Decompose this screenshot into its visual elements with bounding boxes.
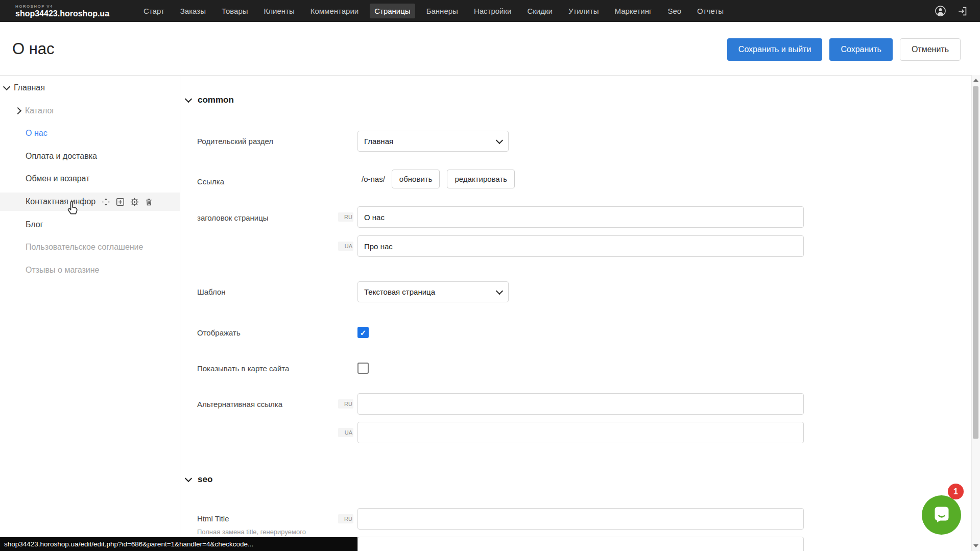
page-title: О нас bbox=[12, 40, 55, 58]
chevron-down-icon bbox=[185, 95, 192, 103]
html-title-ua-row: UA bbox=[338, 537, 804, 551]
page-edit-form: common Родительский раздел Главная Ссылк… bbox=[180, 75, 971, 551]
status-url-bar: shop34423.horoshop.ua/edit/edit.php?id=6… bbox=[0, 537, 357, 551]
page-title-field-label: заголовок страницы bbox=[197, 213, 269, 223]
tree-item-label: Оплата и доставка bbox=[26, 152, 97, 161]
page-title-ru-row: RU bbox=[338, 206, 804, 228]
tree-item-label: Отзывы о магазине bbox=[26, 266, 100, 275]
tree-item[interactable]: Обмен и возврат bbox=[0, 170, 180, 188]
nav-item-утилиты[interactable]: Утилиты bbox=[564, 4, 604, 18]
display-label: Отображать bbox=[197, 328, 241, 338]
alt-link-ua-input[interactable] bbox=[357, 422, 804, 443]
nav-item-отчеты[interactable]: Отчеты bbox=[692, 4, 728, 18]
page-title-ua-input[interactable] bbox=[357, 235, 804, 257]
delete-icon[interactable] bbox=[145, 198, 153, 206]
add-icon[interactable] bbox=[116, 198, 125, 206]
chat-unread-badge: 1 bbox=[948, 484, 964, 499]
parent-section-label: Родительский раздел bbox=[197, 137, 273, 146]
save-and-exit-button[interactable]: Сохранить и выйти bbox=[727, 38, 823, 61]
brand-version: HOROSHOP V4 bbox=[15, 5, 109, 9]
chat-widget-button[interactable] bbox=[922, 495, 961, 535]
tree-item-label: Каталог bbox=[25, 106, 55, 115]
html-title-ua-input[interactable] bbox=[357, 537, 804, 551]
template-select[interactable]: Текстовая страница bbox=[357, 281, 509, 302]
chat-bubble-icon bbox=[933, 505, 951, 525]
section-common[interactable]: common bbox=[186, 95, 234, 105]
link-edit-button[interactable]: редактировать bbox=[447, 170, 515, 188]
page-title-ua-row: UA bbox=[338, 235, 804, 257]
nav-item-маркетинг[interactable]: Маркетинг bbox=[610, 4, 656, 18]
nav-item-комментарии[interactable]: Комментарии bbox=[306, 4, 363, 18]
link-value: /o-nas/ bbox=[362, 175, 385, 183]
nav-item-товары[interactable]: Товары bbox=[217, 4, 253, 18]
parent-section-value: Главная bbox=[364, 137, 393, 146]
status-url-text: shop34423.horoshop.ua/edit/edit.php?id=6… bbox=[4, 540, 253, 548]
header-buttons: Сохранить и выйти Сохранить Отменить bbox=[727, 38, 961, 61]
chevron-down-icon bbox=[496, 287, 503, 294]
nav-item-seo[interactable]: Seo bbox=[663, 4, 686, 18]
nav-item-баннеры[interactable]: Баннеры bbox=[422, 4, 463, 18]
user-account-icon[interactable] bbox=[934, 5, 946, 17]
nav-item-клиенты[interactable]: Клиенты bbox=[259, 4, 299, 18]
tree-item-label: Блог bbox=[26, 220, 43, 229]
display-checkbox[interactable]: ✓ bbox=[357, 327, 369, 338]
parent-section-select[interactable]: Главная bbox=[357, 131, 509, 152]
tree-item-label: Главная bbox=[14, 83, 45, 92]
nav-item-старт[interactable]: Старт bbox=[139, 4, 169, 18]
chevron-down-icon bbox=[3, 83, 10, 90]
html-title-label: Html Title bbox=[197, 514, 229, 523]
link-refresh-button[interactable]: обновить bbox=[392, 170, 440, 188]
settings-icon[interactable] bbox=[130, 198, 139, 206]
page-header: О нас Сохранить и выйти Сохранить Отмени… bbox=[0, 22, 980, 76]
scroll-up-arrow-icon[interactable] bbox=[973, 79, 978, 82]
alt-link-ru-input[interactable] bbox=[357, 393, 804, 415]
sidebar-tree: ГлавнаяКаталогО насОплата и доставкаОбме… bbox=[0, 75, 180, 551]
nav-item-скидки[interactable]: Скидки bbox=[522, 4, 557, 18]
nav-item-настройки[interactable]: Настройки bbox=[469, 4, 516, 18]
tree-item[interactable]: Главная bbox=[0, 79, 180, 97]
tree-item-label: Контактная инфор bbox=[26, 197, 95, 206]
lang-ru-tag: RU bbox=[338, 399, 353, 409]
tree-item[interactable]: Оплата и доставка bbox=[0, 147, 180, 165]
scroll-down-arrow-icon[interactable] bbox=[973, 544, 978, 547]
nav-menu: СтартЗаказыТоварыКлиентыКомментарииСтран… bbox=[139, 4, 728, 18]
section-seo[interactable]: seo bbox=[186, 474, 212, 485]
nav-item-заказы[interactable]: Заказы bbox=[176, 4, 210, 18]
chevron-down-icon bbox=[185, 475, 192, 482]
tree-item[interactable]: Блог bbox=[0, 215, 180, 234]
html-title-ru-input[interactable] bbox=[357, 508, 804, 530]
link-label: Ссылка bbox=[197, 177, 224, 186]
tree-item[interactable]: Каталог bbox=[0, 102, 180, 120]
vertical-scrollbar[interactable] bbox=[971, 75, 980, 551]
lang-ru-tag: RU bbox=[338, 514, 353, 523]
sitemap-checkbox[interactable] bbox=[357, 363, 369, 374]
scrollbar-thumb[interactable] bbox=[973, 86, 978, 439]
brand-logo[interactable]: HOROSHOP V4 shop34423.horoshop.ua bbox=[15, 5, 109, 18]
chevron-down-icon bbox=[496, 136, 503, 143]
tree-item[interactable]: О нас bbox=[0, 124, 180, 142]
alt-link-label: Альтернативная ссылка bbox=[197, 400, 282, 409]
tree-item[interactable]: Пользовательское соглашение bbox=[0, 238, 180, 256]
template-value: Текстовая страница bbox=[364, 288, 435, 296]
page-title-ru-input[interactable] bbox=[357, 206, 804, 228]
tree-item-label: Обмен и возврат bbox=[26, 174, 89, 183]
lang-ua-tag: UA bbox=[338, 428, 353, 437]
alt-link-ua-row: UA bbox=[338, 422, 804, 443]
tree-item[interactable]: Отзывы о магазине bbox=[0, 261, 180, 279]
cancel-button[interactable]: Отменить bbox=[900, 38, 961, 61]
move-icon[interactable] bbox=[102, 198, 110, 206]
pages-tree-sidebar: ГлавнаяКаталогО насОплата и доставкаОбме… bbox=[0, 75, 180, 551]
logout-icon[interactable] bbox=[957, 5, 969, 17]
tree-item[interactable]: Контактная инфор bbox=[0, 193, 180, 211]
tree-item-actions bbox=[102, 198, 153, 206]
brand-domain: shop34423.horoshop.ua bbox=[15, 10, 109, 18]
tree-item-label: О нас bbox=[26, 129, 47, 138]
sitemap-label: Показывать в карте сайта bbox=[197, 364, 289, 373]
template-label: Шаблон bbox=[197, 288, 226, 297]
nav-item-страницы[interactable]: Страницы bbox=[370, 4, 415, 18]
lang-ru-tag: RU bbox=[338, 212, 353, 222]
top-navbar: HOROSHOP V4 shop34423.horoshop.ua СтартЗ… bbox=[0, 0, 980, 22]
save-button[interactable]: Сохранить bbox=[829, 38, 893, 61]
tree-item-label: Пользовательское соглашение bbox=[26, 243, 143, 252]
html-title-ru-row: RU bbox=[338, 508, 804, 530]
